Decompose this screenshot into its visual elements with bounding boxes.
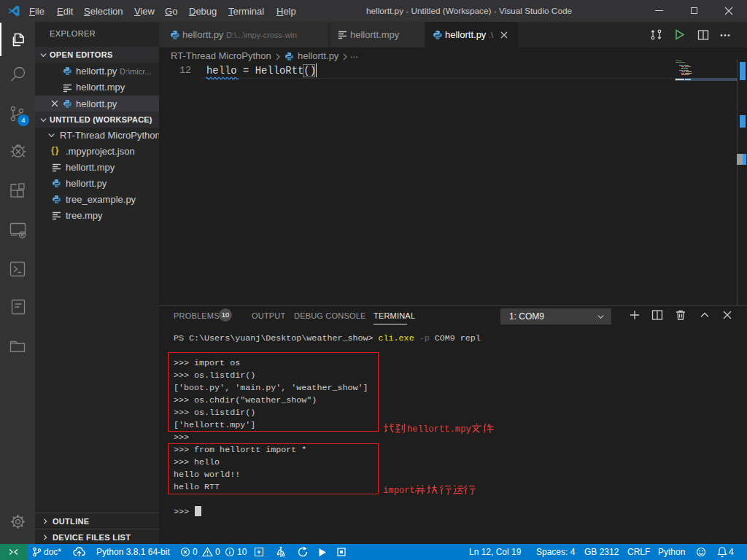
svg-text:import: import [383,486,415,496]
svg-text:hellortt.mpy: hellortt.mpy [407,424,471,435]
